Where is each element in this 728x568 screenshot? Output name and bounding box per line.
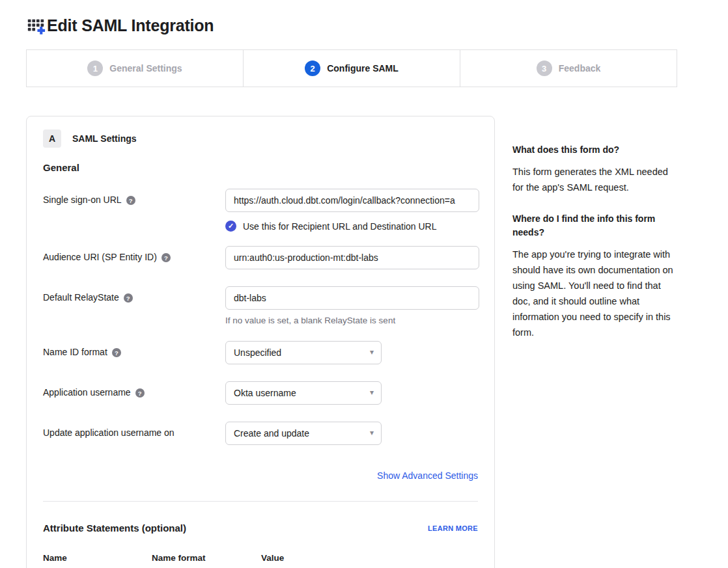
audience-uri-label: Audience URI (SP Entity ID): [43, 252, 157, 262]
default-relaystate-input[interactable]: [225, 286, 479, 310]
sidebar-question-1: What does this form do?: [512, 143, 680, 156]
field-control-wrap: If no value is set, a blank RelayState i…: [225, 286, 479, 325]
selected-value: Create and update: [234, 428, 309, 439]
field-label-wrap: Audience URI (SP Entity ID) ?: [43, 246, 225, 269]
wizard-step-general-settings[interactable]: 1 General Settings: [27, 50, 244, 87]
wizard-step-configure-saml[interactable]: 2 Configure SAML: [244, 50, 460, 87]
column-header-name: Name: [43, 553, 152, 563]
panel-header: A SAML Settings: [43, 129, 478, 148]
update-application-username-label: Update application username on: [43, 427, 175, 438]
page-title: Edit SAML Integration: [47, 16, 214, 35]
single-sign-on-url-input[interactable]: [225, 189, 479, 212]
chevron-down-icon: ▾: [370, 347, 374, 357]
field-label-wrap: Update application username on: [43, 422, 225, 445]
chevron-down-icon: ▾: [370, 388, 374, 397]
sidebar-answer-2: The app you're trying to integrate with …: [512, 247, 680, 340]
section-divider: [43, 501, 478, 502]
recipient-destination-checkbox[interactable]: ✓: [225, 221, 236, 232]
name-id-format-select[interactable]: Unspecified ▾: [225, 341, 382, 364]
help-icon[interactable]: ?: [161, 253, 171, 262]
step-label: Configure SAML: [327, 63, 399, 74]
help-icon[interactable]: ?: [112, 348, 121, 357]
field-label-wrap: Single sign-on URL ?: [43, 189, 225, 232]
default-relaystate-label: Default RelayState: [43, 292, 119, 303]
relaystate-hint: If no value is set, a blank RelayState i…: [225, 316, 479, 325]
attribute-statements-header: Attribute Statements (optional) LEARN MO…: [43, 522, 478, 534]
field-application-username: Application username ? Okta username ▾: [43, 381, 478, 405]
edit-saml-page: Edit SAML Integration 1 General Settings…: [0, 0, 728, 568]
sidebar-answer-1: This form generates the XML needed for t…: [512, 164, 680, 195]
application-username-label: Application username: [43, 387, 131, 398]
section-a-badge: A: [43, 129, 61, 148]
field-label-wrap: Application username ?: [43, 381, 225, 405]
chevron-down-icon: ▾: [370, 428, 374, 437]
column-header-name-format: Name format: [152, 553, 261, 563]
help-sidebar: What does this form do? This form genera…: [512, 116, 680, 357]
field-control-wrap: ✓ Use this for Recipient URL and Destina…: [225, 189, 479, 232]
field-name-id-format: Name ID format ? Unspecified ▾: [43, 341, 478, 364]
sidebar-question-2: Where do I find the info this form needs…: [512, 212, 680, 239]
step-number-badge: 2: [305, 61, 320, 76]
general-section-title: General: [43, 162, 478, 173]
audience-uri-input[interactable]: [225, 246, 479, 269]
learn-more-link[interactable]: LEARN MORE: [428, 524, 478, 532]
single-sign-on-url-label: Single sign-on URL: [43, 195, 122, 205]
field-label-wrap: Default RelayState ?: [43, 286, 225, 325]
help-icon[interactable]: ?: [126, 196, 135, 205]
field-control-wrap: Okta username ▾: [225, 381, 478, 405]
field-update-application-username: Update application username on Create an…: [43, 422, 478, 445]
help-icon[interactable]: ?: [135, 388, 145, 398]
recipient-destination-checkbox-row: ✓ Use this for Recipient URL and Destina…: [225, 221, 479, 232]
help-icon[interactable]: ?: [124, 293, 133, 303]
selected-value: Okta username: [234, 388, 296, 398]
name-id-format-label: Name ID format: [43, 347, 107, 357]
field-control-wrap: [225, 246, 479, 269]
field-control-wrap: Create and update ▾: [225, 422, 478, 445]
application-username-select[interactable]: Okta username ▾: [225, 381, 382, 405]
wizard-step-feedback[interactable]: 3 Feedback: [460, 50, 677, 87]
step-number-badge: 1: [87, 61, 103, 76]
page-header: Edit SAML Integration: [26, 16, 702, 35]
field-control-wrap: Unspecified ▾: [225, 341, 478, 364]
field-default-relaystate: Default RelayState ? If no value is set,…: [43, 286, 478, 325]
saml-settings-panel: A SAML Settings General Single sign-on U…: [26, 116, 495, 568]
wizard-steps: 1 General Settings 2 Configure SAML 3 Fe…: [26, 49, 677, 87]
field-label-wrap: Name ID format ?: [43, 341, 225, 364]
show-advanced-settings-link[interactable]: Show Advanced Settings: [377, 470, 478, 481]
advanced-settings-row: Show Advanced Settings: [43, 470, 478, 481]
attribute-table-header: Name Name format Value: [43, 553, 478, 563]
content-area: A SAML Settings General Single sign-on U…: [26, 116, 702, 568]
panel-title: SAML Settings: [72, 133, 137, 144]
field-audience-uri: Audience URI (SP Entity ID) ?: [43, 246, 478, 269]
column-header-value: Value: [261, 553, 478, 563]
selected-value: Unspecified: [234, 347, 281, 358]
attribute-statements-title: Attribute Statements (optional): [43, 522, 186, 534]
app-grid-plus-icon: [26, 16, 46, 35]
step-number-badge: 3: [537, 61, 552, 76]
recipient-destination-checkbox-label: Use this for Recipient URL and Destinati…: [243, 221, 437, 232]
update-application-username-select[interactable]: Create and update ▾: [225, 422, 382, 445]
field-single-sign-on-url: Single sign-on URL ? ✓ Use this for Reci…: [43, 189, 478, 232]
step-label: Feedback: [559, 63, 601, 74]
step-label: General Settings: [109, 63, 182, 74]
